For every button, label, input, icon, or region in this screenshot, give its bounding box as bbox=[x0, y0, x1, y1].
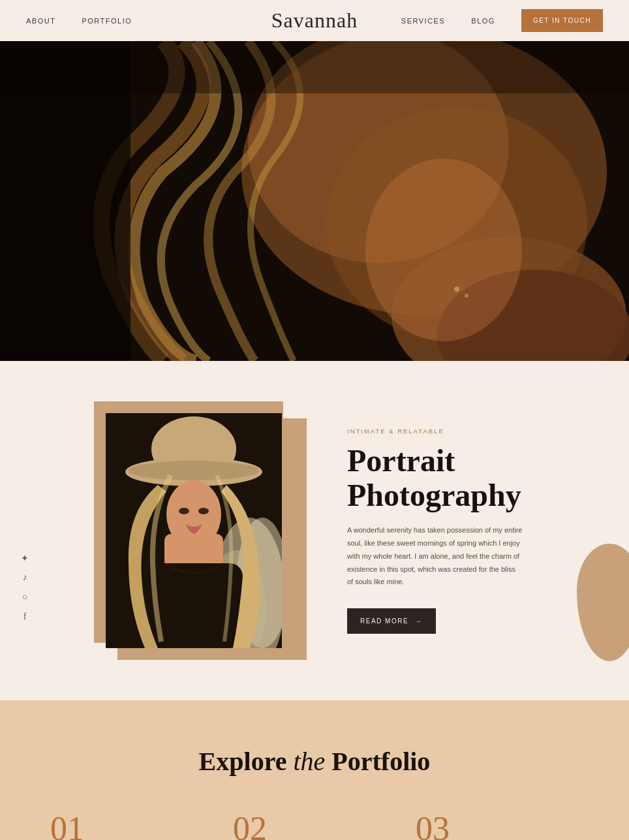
hero-section bbox=[0, 41, 629, 361]
portfolio-heading-italic: the bbox=[293, 747, 325, 776]
hero-image bbox=[0, 41, 629, 361]
blob-decoration bbox=[577, 544, 629, 661]
svg-point-22 bbox=[198, 508, 209, 514]
pinterest-icon[interactable]: ✦ bbox=[20, 553, 30, 563]
tiktok-icon[interactable]: ♪ bbox=[20, 572, 30, 583]
portrait-photo bbox=[106, 413, 282, 648]
portrait-inner bbox=[106, 413, 282, 648]
navbar: About Portfolio Savannah Services Blog G… bbox=[0, 0, 629, 41]
hero-background bbox=[0, 41, 629, 361]
portrait-image-wrapper bbox=[106, 413, 295, 648]
nav-left: About Portfolio bbox=[26, 17, 132, 25]
svg-point-7 bbox=[454, 287, 459, 292]
svg-point-17 bbox=[129, 461, 259, 480]
portfolio-heading-portfolio: Portfolio bbox=[331, 747, 430, 776]
portfolio-heading: Explore the Portfolio bbox=[33, 746, 596, 777]
cta-button[interactable]: Get In Touch bbox=[521, 9, 603, 32]
portfolio-item-2[interactable]: 02 bbox=[233, 809, 396, 840]
portfolio-item-1[interactable]: 01 bbox=[50, 809, 213, 840]
arrow-icon: → bbox=[415, 617, 423, 625]
social-sidebar: ✦ ♪ ○ f bbox=[20, 553, 30, 622]
portrait-body: A wonderful serenity has taken possessio… bbox=[347, 524, 523, 589]
facebook-icon[interactable]: f bbox=[20, 612, 30, 622]
portfolio-number-2: 02 bbox=[233, 809, 396, 840]
nav-portfolio[interactable]: Portfolio bbox=[82, 17, 132, 25]
portrait-text: Intimate & Relatable Portrait Photograph… bbox=[347, 428, 523, 634]
portfolio-number-3: 03 bbox=[416, 809, 579, 840]
read-more-label: Read More bbox=[360, 617, 408, 625]
svg-rect-10 bbox=[0, 41, 629, 93]
svg-point-8 bbox=[465, 294, 468, 298]
instagram-icon[interactable]: ○ bbox=[20, 592, 30, 602]
portfolio-section: Explore the Portfolio 01 bbox=[0, 700, 629, 840]
nav-right: Services Blog Get In Touch bbox=[401, 9, 603, 32]
portfolio-number-1: 01 bbox=[50, 809, 213, 840]
portfolio-item-3[interactable]: 03 bbox=[416, 809, 579, 840]
nav-about[interactable]: About bbox=[26, 17, 55, 25]
nav-blog[interactable]: Blog bbox=[471, 17, 495, 25]
brand-title[interactable]: Savannah bbox=[271, 8, 358, 33]
portfolio-heading-explore: Explore bbox=[199, 747, 287, 776]
svg-point-21 bbox=[179, 508, 189, 514]
svg-point-6 bbox=[365, 159, 522, 341]
portrait-heading: Portrait Photography bbox=[347, 444, 523, 513]
portfolio-grid: 01 bbox=[33, 809, 596, 840]
nav-services[interactable]: Services bbox=[401, 17, 445, 25]
read-more-button[interactable]: Read More → bbox=[347, 608, 436, 634]
portrait-section: ✦ ♪ ○ f bbox=[0, 361, 629, 700]
portrait-subtitle: Intimate & Relatable bbox=[347, 428, 523, 435]
svg-point-20 bbox=[166, 480, 221, 548]
